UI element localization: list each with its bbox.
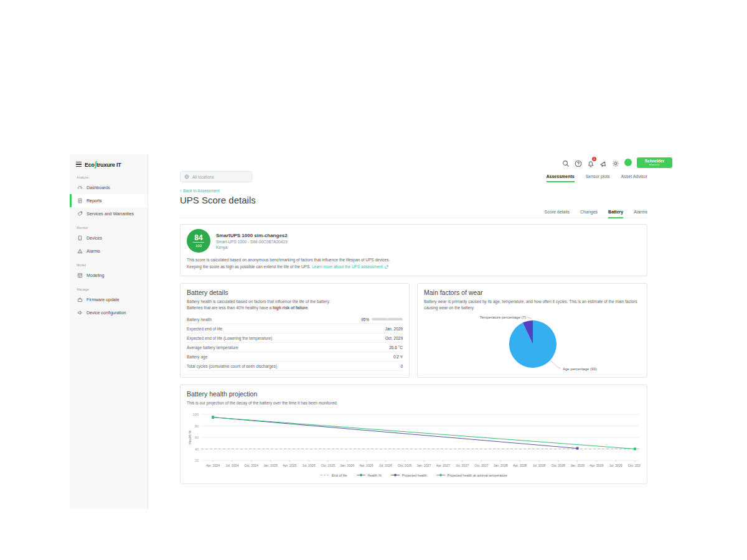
sidebar-item-label: Alarms	[87, 249, 100, 253]
score-description: This score is calculated based on anonym…	[187, 256, 641, 271]
legend-item-projected-health: Projected health	[390, 473, 427, 477]
sidebar-item-reports[interactable]: Reports	[70, 194, 148, 207]
svg-text:Oct, 2026: Oct, 2026	[398, 464, 412, 467]
sidebar-item-devices[interactable]: Devices	[70, 231, 148, 245]
svg-text:Jul, 2027: Jul, 2027	[456, 464, 469, 467]
sidebar-item-label: Dashboards	[87, 185, 110, 190]
row-label: Battery age	[187, 355, 207, 359]
sidebar-item-label: Firmware update	[87, 297, 120, 302]
search-icon[interactable]	[562, 159, 570, 166]
svg-text:Jul, 2028: Jul, 2028	[532, 464, 545, 467]
row-value: Oct, 2029	[385, 336, 403, 340]
external-link-icon	[385, 264, 388, 269]
sidebar-item-services-and-warranties[interactable]: Services and Warranties	[70, 207, 148, 220]
table-row: Average battery temperature26.6 °C	[187, 343, 403, 352]
subtab-changes[interactable]: Changes	[580, 210, 598, 218]
legend-item-projected-health-at-optimal-temperature: Projected health at optimal temperature	[436, 473, 507, 477]
row-value: Jan, 2029	[385, 327, 403, 331]
marker-projected-health-at-optimal-temperature[interactable]	[212, 416, 214, 419]
score-badge: 84 100	[187, 229, 210, 253]
table-row: Battery age0.2 Y	[187, 352, 403, 362]
svg-text:Jan, 2026: Jan, 2026	[340, 464, 354, 467]
row-label: Expected end of life	[187, 327, 222, 331]
wear-factors-title: Main factors of wear	[424, 289, 641, 296]
app-logo: Eco∫truxure IT	[70, 159, 148, 170]
chart-legend: End of lifeHealth %Projected healthProje…	[187, 473, 641, 477]
svg-text:Jul, 2029: Jul, 2029	[609, 464, 622, 467]
row-value: 0	[400, 364, 403, 368]
menu-icon[interactable]	[76, 162, 82, 167]
sidebar-section-label: Manage	[70, 282, 148, 293]
svg-text:60: 60	[195, 436, 199, 439]
sidebar-nav: AnalyzeDashboardsReportsServices and War…	[70, 170, 148, 319]
battery-projection-card: Battery health projection This is our pr…	[180, 385, 647, 484]
services-icon	[77, 211, 83, 217]
svg-text:Jul, 2025: Jul, 2025	[303, 464, 316, 467]
app-logo-text: Eco∫truxure IT	[85, 161, 121, 168]
globe-icon	[184, 174, 189, 179]
schneider-electric-logo[interactable]: Schneider Electric	[637, 157, 672, 168]
sidebar-item-label: Modeling	[87, 273, 104, 278]
location-filter-input[interactable]: All locations	[180, 171, 252, 182]
device-name: SmartUPS 1000 sim-changes2	[216, 233, 288, 238]
svg-text:Oct, 2029: Oct, 2029	[628, 464, 641, 467]
brand-line1: Schneider	[637, 159, 672, 163]
sidebar-section-label: Model	[70, 258, 148, 269]
battery-details-title: Battery details	[187, 289, 403, 296]
battery-details-card: Battery details Battery health is calcul…	[180, 283, 410, 378]
topbar: 1 Schneider Electric	[148, 154, 679, 168]
score-value: 84	[194, 234, 202, 241]
battery-health-bar	[372, 318, 403, 320]
series-projected-health-at-optimal-temperature	[213, 418, 635, 449]
tab-assessments[interactable]: Assessments	[547, 174, 575, 182]
wear-factors-card: Main factors of wear Battery wear is pri…	[417, 283, 647, 378]
tab-sensor-plots[interactable]: Sensor plots	[586, 174, 610, 182]
reports-icon	[77, 198, 83, 204]
projection-title: Battery health projection	[187, 390, 641, 398]
marker-projected-health[interactable]	[576, 447, 579, 450]
main-tabs: AssessmentsSensor plotsAsset Advisor	[547, 174, 647, 182]
firmware-icon	[77, 297, 83, 303]
svg-text:Oct, 2028: Oct, 2028	[551, 464, 565, 467]
battery-details-rows: Battery health95%Expected end of lifeJan…	[187, 315, 403, 371]
svg-text:80: 80	[195, 424, 199, 428]
user-avatar[interactable]	[624, 159, 632, 166]
legend-item-health: Health %	[356, 473, 382, 477]
score-max: 100	[193, 242, 204, 248]
svg-text:20: 20	[195, 459, 199, 462]
sidebar-item-modeling[interactable]: Modeling	[70, 269, 148, 282]
subtab-score-details[interactable]: Score details	[545, 210, 570, 218]
notifications-icon[interactable]: 1	[587, 159, 594, 166]
sidebar-item-device-configuration[interactable]: Device configuration	[70, 306, 148, 319]
sidebar: Eco∫truxure IT AnalyzeDashboardsReportsS…	[70, 154, 148, 509]
sidebar-item-firmware-update[interactable]: Firmware update	[70, 293, 148, 306]
back-link-label: Back to Assessment	[183, 189, 220, 193]
marker-projected-health-at-optimal-temperature[interactable]	[634, 448, 636, 450]
row-label: Battery health	[187, 317, 212, 322]
back-to-assessment-link[interactable]: ‹ Back to Assessment	[180, 189, 647, 193]
row-label: Expected end of life (Lowering the tempe…	[187, 336, 272, 340]
svg-text:Apr, 2029: Apr, 2029	[590, 464, 603, 467]
settings-icon[interactable]	[612, 159, 619, 166]
svg-text:Apr, 2024: Apr, 2024	[206, 464, 220, 467]
row-value: 26.6 °C	[389, 345, 403, 350]
subtab-alarms[interactable]: Alarms	[634, 210, 647, 218]
pie-label-temperature: Temperature percentage (7)	[480, 315, 526, 319]
projection-line-chart: 10080604020Health %Apr, 2024Jul, 2024Oct…	[187, 408, 641, 470]
subtab-battery[interactable]: Battery	[608, 210, 623, 218]
sidebar-item-dashboards[interactable]: Dashboards	[70, 181, 148, 194]
sidebar-item-label: Reports	[87, 198, 102, 203]
sidebar-item-alarms[interactable]: Alarms	[70, 245, 148, 258]
svg-text:Oct, 2025: Oct, 2025	[321, 464, 336, 467]
subtabs: Score detailsChangesBatteryAlarms	[180, 210, 647, 218]
row-label: Average battery temperature	[187, 345, 238, 350]
feedback-icon[interactable]	[599, 159, 607, 166]
notification-badge: 1	[592, 157, 596, 161]
svg-text:100: 100	[193, 413, 199, 416]
help-icon[interactable]	[575, 159, 582, 166]
learn-more-link[interactable]: Learn more about the UPS assessment.	[312, 264, 384, 269]
brand-line2: Electric	[637, 163, 672, 166]
legend-item-end-of-life: End of life	[320, 473, 347, 477]
tab-asset-advisor[interactable]: Asset Advisor	[621, 174, 647, 182]
svg-text:Jan, 2025: Jan, 2025	[263, 464, 278, 467]
